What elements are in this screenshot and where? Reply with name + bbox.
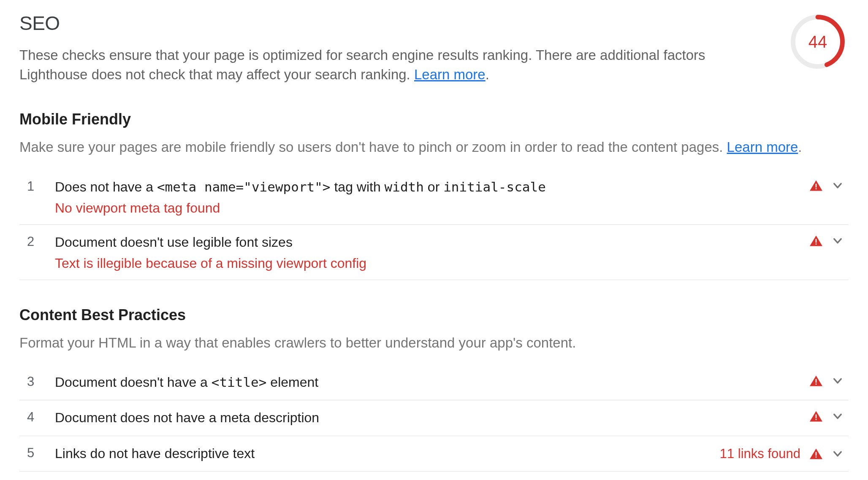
audit-tail xyxy=(810,178,844,191)
audit-row[interactable]: 5Links do not have descriptive text11 li… xyxy=(19,436,849,472)
text-span: tag with xyxy=(331,179,385,194)
svg-rect-6 xyxy=(816,379,817,383)
svg-rect-11 xyxy=(816,456,817,458)
audit-tail-text: 11 links found xyxy=(720,446,800,461)
audit-title: Document does not have a meta descriptio… xyxy=(55,409,810,427)
audit-row[interactable]: 1Does not have a <meta name="viewport"> … xyxy=(19,169,849,225)
audit-number: 3 xyxy=(27,373,55,389)
page-description: These checks ensure that your page is op… xyxy=(19,46,729,84)
page-title: SEO xyxy=(19,12,729,35)
audit-tail xyxy=(810,373,844,387)
svg-rect-9 xyxy=(816,419,817,421)
audit-list-content: 3Document doesn't have a <title> element… xyxy=(19,364,849,472)
audit-title: Links do not have descriptive text xyxy=(55,445,720,463)
code-span: width xyxy=(385,179,424,194)
audit-tail xyxy=(810,409,844,422)
audit-message: No viewport meta tag found xyxy=(55,200,810,216)
warning-icon xyxy=(810,180,822,191)
warning-icon xyxy=(810,448,822,459)
audit-row[interactable]: 3Document doesn't have a <title> element xyxy=(19,364,849,400)
audit-number: 2 xyxy=(27,233,55,249)
svg-rect-4 xyxy=(816,239,817,243)
audit-body: Links do not have descriptive text xyxy=(55,445,720,463)
svg-rect-5 xyxy=(816,243,817,245)
text-span: Links do not have descriptive text xyxy=(55,446,255,461)
warning-icon xyxy=(810,235,822,246)
code-span: initial-scale xyxy=(443,179,546,194)
page-description-post: . xyxy=(486,67,489,82)
score-value: 44 xyxy=(790,14,845,69)
text-span: or xyxy=(424,179,443,194)
audit-message: Text is illegible because of a missing v… xyxy=(55,256,810,271)
seo-report: SEO These checks ensure that your page i… xyxy=(0,0,868,472)
learn-more-link[interactable]: Learn more xyxy=(727,139,798,155)
audit-body: Does not have a <meta name="viewport"> t… xyxy=(55,178,810,216)
text-span: Does not have a xyxy=(55,179,157,194)
audit-tail xyxy=(810,233,844,247)
warning-icon xyxy=(810,375,822,386)
warning-icon xyxy=(810,411,822,422)
audit-row[interactable]: 4Document does not have a meta descripti… xyxy=(19,400,849,436)
audit-body: Document does not have a meta descriptio… xyxy=(55,409,810,427)
section-description-text: Make sure your pages are mobile friendly… xyxy=(19,139,727,155)
chevron-down-icon[interactable] xyxy=(832,180,844,191)
section-description-post: . xyxy=(798,139,802,155)
audit-title: Document doesn't have a <title> element xyxy=(55,373,810,391)
audit-title: Document doesn't use legible font sizes xyxy=(55,233,810,251)
svg-rect-2 xyxy=(816,183,817,187)
score-gauge: 44 xyxy=(790,14,845,69)
svg-rect-8 xyxy=(816,415,817,418)
audit-body: Document doesn't have a <title> element xyxy=(55,373,810,391)
learn-more-link[interactable]: Learn more xyxy=(414,67,486,82)
audit-number: 4 xyxy=(27,409,55,425)
text-span: Document does not have a meta descriptio… xyxy=(55,410,319,425)
text-span: Document doesn't have a xyxy=(55,375,212,390)
audit-title: Does not have a <meta name="viewport"> t… xyxy=(55,178,810,196)
chevron-down-icon[interactable] xyxy=(832,235,844,247)
chevron-down-icon[interactable] xyxy=(832,375,844,387)
code-span: <meta name="viewport"> xyxy=(157,179,331,194)
section-title-mobile: Mobile Friendly xyxy=(19,111,849,128)
text-span: Document doesn't use legible font sizes xyxy=(55,235,293,250)
chevron-down-icon[interactable] xyxy=(832,448,844,460)
header-text: SEO These checks ensure that your page i… xyxy=(19,12,729,84)
code-span: <title> xyxy=(212,375,267,390)
header-row: SEO These checks ensure that your page i… xyxy=(19,12,849,84)
section-description-text: Format your HTML in a way that enables c… xyxy=(19,335,576,351)
svg-rect-3 xyxy=(816,188,817,189)
audit-number: 5 xyxy=(27,445,55,461)
audit-tail: 11 links found xyxy=(720,445,844,461)
svg-rect-7 xyxy=(816,383,817,385)
audit-list-mobile: 1Does not have a <meta name="viewport"> … xyxy=(19,169,849,280)
section-description-mobile: Make sure your pages are mobile friendly… xyxy=(19,138,849,157)
svg-rect-10 xyxy=(816,452,817,456)
audit-number: 1 xyxy=(27,178,55,194)
audit-body: Document doesn't use legible font sizesT… xyxy=(55,233,810,271)
page-description-text: These checks ensure that your page is op… xyxy=(19,47,705,82)
text-span: element xyxy=(266,375,318,390)
chevron-down-icon[interactable] xyxy=(832,410,844,422)
section-title-content: Content Best Practices xyxy=(19,306,849,324)
audit-row[interactable]: 2Document doesn't use legible font sizes… xyxy=(19,225,849,280)
section-description-content: Format your HTML in a way that enables c… xyxy=(19,333,849,353)
